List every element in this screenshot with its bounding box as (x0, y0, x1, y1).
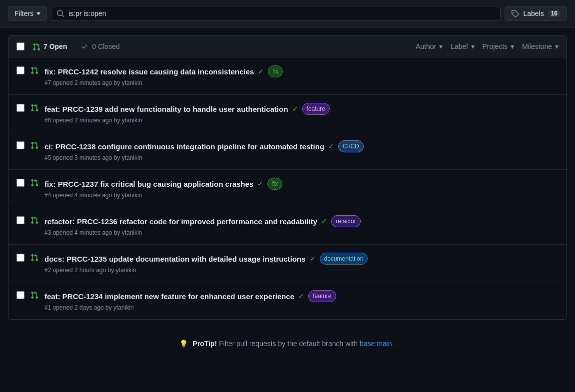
pr-label-badge[interactable]: feature (308, 290, 336, 302)
pr-content: docs: PRCC-1235 update documentation wit… (44, 253, 559, 274)
toolbar: Filters Labels 16 (0, 0, 575, 27)
protip-end: . (394, 340, 396, 348)
pr-meta: #5 opened 3 minutes ago by ytanikin (44, 154, 559, 161)
pr-row-icon (30, 291, 38, 299)
pr-row-icon (30, 254, 38, 262)
pr-meta: #3 opened 4 minutes ago by ytanikin (44, 229, 559, 236)
pr-label-badge[interactable]: documentation (320, 253, 368, 265)
pr-label-badge[interactable]: refactor (331, 215, 361, 227)
ci-check-icon: ✓ (258, 67, 264, 75)
table-row: docs: PRCC-1235 update documentation wit… (8, 245, 567, 282)
row-checkbox[interactable] (16, 104, 24, 112)
pr-label-badge[interactable]: fix (268, 65, 283, 77)
pr-meta: #7 opened 2 minutes ago by ytanikin (44, 79, 559, 86)
pr-meta: #2 opened 2 hours ago by ytanikin (44, 267, 559, 274)
pr-content: feat: PRCC-1234 implement new feature fo… (44, 290, 559, 311)
ci-check-icon: ✓ (328, 142, 334, 150)
pr-list-container: 7 Open 0 Closed Author ▾ Label ▾ (8, 35, 567, 320)
milestone-filter-label: Milestone (522, 42, 552, 50)
row-checkbox[interactable] (16, 66, 24, 74)
search-wrapper (51, 6, 501, 21)
projects-filter-label: Projects (483, 42, 508, 50)
ci-check-icon: ✓ (321, 217, 327, 225)
header-tabs: 7 Open 0 Closed (32, 42, 408, 51)
bulb-icon: 💡 (179, 340, 188, 348)
closed-tab-label: 0 Closed (92, 42, 119, 50)
pr-open-icon (32, 43, 40, 51)
header-filters: Author ▾ Label ▾ Projects ▾ Milestone ▾ (416, 42, 559, 50)
filters-label: Filters (14, 9, 33, 17)
search-icon (56, 9, 64, 17)
label-icon (511, 9, 519, 17)
table-row: feat: PRCC-1234 implement new feature fo… (8, 282, 567, 319)
projects-chevron-icon: ▾ (511, 42, 514, 50)
author-chevron-icon: ▾ (439, 42, 443, 50)
row-checkbox[interactable] (16, 179, 24, 187)
author-filter[interactable]: Author ▾ (416, 42, 443, 50)
pr-title[interactable]: feat: PRCC-1234 implement new feature fo… (44, 292, 294, 301)
pr-title-line: feat: PRCC-1234 implement new feature fo… (44, 290, 559, 302)
protip-bold: ProTip! (193, 340, 217, 348)
pr-label-badge[interactable]: CI/CD (338, 140, 364, 152)
pr-rows-container: fix: PRCC-1242 resolve issue causing dat… (8, 57, 567, 319)
table-row: refactor: PRCC-1236 refactor code for im… (8, 207, 567, 245)
check-icon (81, 43, 88, 50)
table-row: fix: PRCC-1242 resolve issue causing dat… (8, 57, 567, 95)
labels-label: Labels (523, 9, 544, 17)
pr-content: refactor: PRCC-1236 refactor code for im… (44, 215, 559, 236)
pr-title-line: fix: PRCC-1237 fix critical bug causing … (44, 178, 559, 190)
tab-closed[interactable]: 0 Closed (75, 42, 119, 50)
pr-row-icon (30, 216, 38, 224)
ci-check-icon: ✓ (298, 292, 304, 300)
table-row: fix: PRCC-1237 fix critical bug causing … (8, 170, 567, 207)
author-filter-label: Author (416, 42, 436, 50)
tab-open[interactable]: 7 Open (32, 42, 67, 51)
label-chevron-icon: ▾ (471, 42, 475, 50)
projects-filter[interactable]: Projects ▾ (483, 42, 515, 50)
ci-check-icon: ✓ (292, 105, 298, 113)
milestone-filter[interactable]: Milestone ▾ (522, 42, 559, 50)
pr-title[interactable]: fix: PRCC-1242 resolve issue causing dat… (44, 67, 254, 76)
label-filter[interactable]: Label ▾ (451, 42, 474, 50)
pr-content: fix: PRCC-1237 fix critical bug causing … (44, 178, 559, 199)
pr-label-badge[interactable]: feature (302, 103, 330, 115)
protip-link[interactable]: base:main (360, 340, 392, 348)
pr-title-line: ci: PRCC-1238 configure continuous integ… (44, 140, 559, 152)
row-checkbox[interactable] (16, 254, 24, 262)
pr-title[interactable]: feat: PRCC-1239 add new functionality to… (44, 105, 288, 113)
pr-row-icon (30, 104, 38, 112)
pr-content: ci: PRCC-1238 configure continuous integ… (44, 140, 559, 161)
pr-title[interactable]: refactor: PRCC-1236 refactor code for im… (44, 217, 317, 226)
pr-title-line: feat: PRCC-1239 add new functionality to… (44, 103, 559, 115)
pr-list-header: 7 Open 0 Closed Author ▾ Label ▾ (8, 36, 567, 57)
row-checkbox[interactable] (16, 291, 24, 299)
pr-title[interactable]: docs: PRCC-1235 update documentation wit… (44, 255, 306, 263)
labels-button[interactable]: Labels 16 (505, 6, 567, 21)
chevron-down-icon (36, 12, 40, 15)
filters-button[interactable]: Filters (8, 6, 47, 21)
pr-row-icon (30, 66, 38, 74)
pr-title[interactable]: fix: PRCC-1237 fix critical bug causing … (44, 180, 253, 188)
pr-label-badge[interactable]: fix (267, 178, 282, 190)
table-row: ci: PRCC-1238 configure continuous integ… (8, 132, 567, 170)
table-row: feat: PRCC-1239 add new functionality to… (8, 95, 567, 132)
pr-meta: #1 opened 2 days ago by ytanikin (44, 304, 559, 311)
pr-title-line: fix: PRCC-1242 resolve issue causing dat… (44, 65, 559, 77)
pr-row-icon (30, 141, 38, 149)
search-input[interactable] (68, 9, 495, 17)
row-checkbox[interactable] (16, 216, 24, 224)
select-all-checkbox[interactable] (16, 42, 24, 50)
protip: 💡 ProTip! Filter pull requests by the de… (0, 328, 575, 360)
label-filter-label: Label (451, 42, 468, 50)
pr-content: feat: PRCC-1239 add new functionality to… (44, 103, 559, 124)
ci-check-icon: ✓ (257, 180, 263, 188)
pr-meta: #6 opened 2 minutes ago by ytanikin (44, 117, 559, 124)
pr-content: fix: PRCC-1242 resolve issue causing dat… (44, 65, 559, 86)
pr-meta: #4 opened 4 minutes ago by ytanikin (44, 192, 559, 199)
pr-row-icon (30, 179, 38, 187)
row-checkbox[interactable] (16, 141, 24, 149)
pr-title-line: docs: PRCC-1235 update documentation wit… (44, 253, 559, 265)
milestone-chevron-icon: ▾ (555, 42, 559, 50)
protip-text: Filter pull requests by the default bran… (219, 340, 360, 348)
pr-title[interactable]: ci: PRCC-1238 configure continuous integ… (44, 142, 324, 151)
